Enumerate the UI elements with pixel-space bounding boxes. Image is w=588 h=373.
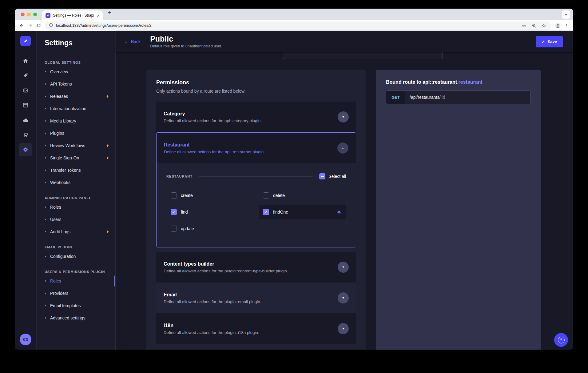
sidebar-item-providers[interactable]: Providers [37, 287, 115, 299]
route-accent-text: .restaurant [457, 79, 483, 85]
save-button[interactable]: ✓Save [536, 36, 563, 47]
content-manager-feather-icon[interactable] [19, 69, 32, 82]
checkbox-findone[interactable]: ✓ [263, 209, 269, 215]
accordion-content-types-builder-header[interactable]: Content types builder Define all allowed… [156, 252, 356, 283]
accordion-i18n-header[interactable]: i18n Define all allowed actions for the … [156, 313, 356, 344]
sidebar-item-advanced-settings[interactable]: Advanced settings [37, 312, 115, 324]
new-tab-button[interactable]: + [108, 10, 111, 15]
lightning-icon [105, 143, 110, 148]
checkbox-delete[interactable]: ✓ [263, 192, 269, 199]
sidebar-item-single-sign-on[interactable]: Single Sign-On [37, 152, 115, 164]
scroll-area: Permissions Only actions bound by a rout… [116, 52, 573, 350]
section-email-plugin: EMAIL PLUGIN [45, 245, 115, 249]
permission-create[interactable]: ✓ create [166, 188, 254, 203]
checkbox-create[interactable]: ✓ [171, 192, 177, 199]
sidebar-item-email-configuration[interactable]: Configuration [37, 250, 115, 263]
accordion-restaurant-header[interactable]: Restaurant Define all allowed actions fo… [157, 133, 356, 163]
sidebar-item-api-tokens[interactable]: API Tokens [37, 78, 115, 90]
bound-route-title: Bound route to api::restaurant.restauran… [386, 79, 530, 85]
window-controls [21, 13, 37, 16]
sidebar-item-up-roles[interactable]: Roles [37, 275, 115, 287]
bullet-icon [45, 133, 46, 134]
sidebar-item-releases[interactable]: Releases [37, 90, 115, 102]
minimize-window-button[interactable] [27, 13, 31, 16]
route-display: GET /api/restaurants/:id [386, 90, 530, 104]
chevron-up-icon[interactable]: ▲ [337, 142, 348, 154]
sidebar-item-admin-users[interactable]: Users [37, 213, 115, 226]
sidebar-item-webhooks[interactable]: Webhooks [37, 176, 115, 189]
site-info-icon[interactable] [49, 23, 53, 29]
page-title: Public [150, 35, 222, 43]
bound-route-panel: Bound route to api::restaurant.restauran… [376, 70, 541, 350]
bullet-icon [45, 280, 46, 282]
reload-icon[interactable] [34, 21, 43, 30]
bullet-icon [45, 219, 46, 220]
strapi-logo[interactable] [20, 36, 31, 46]
http-method-badge: GET [386, 91, 405, 104]
marketplace-cart-icon[interactable] [19, 128, 32, 141]
bullet-icon [45, 207, 46, 208]
permission-findone[interactable]: ✓ findOne [259, 205, 346, 219]
tab-search-button[interactable] [562, 10, 570, 19]
bookmark-star-icon[interactable] [540, 22, 547, 29]
settings-gear-icon[interactable] [19, 143, 32, 156]
lightning-icon [105, 230, 110, 234]
sidebar-item-plugins[interactable]: Plugins [37, 127, 115, 139]
address-bar[interactable]: localhost:1337/admin/settings/users-perm… [45, 22, 551, 30]
permission-delete[interactable]: ✓ delete [259, 188, 346, 203]
bullet-icon [45, 182, 46, 183]
accordion-email: Email Define all allowed actions for the… [156, 283, 356, 313]
content-type-builder-icon[interactable] [19, 99, 32, 112]
sidebar-item-transfer-tokens[interactable]: Transfer Tokens [37, 164, 115, 176]
forward-icon[interactable] [26, 21, 34, 30]
profile-avatar-icon[interactable] [554, 21, 562, 30]
user-avatar[interactable]: KD [20, 334, 31, 345]
chevron-down-icon[interactable]: ▼ [338, 323, 349, 334]
chevron-down-icon[interactable]: ▼ [338, 262, 349, 273]
home-icon[interactable] [19, 54, 32, 67]
password-key-icon[interactable] [520, 22, 528, 29]
bullet-icon [45, 157, 46, 158]
permission-find[interactable]: ✓ find [166, 205, 254, 219]
sidebar-item-review-workflows[interactable]: Review Workflows [37, 139, 115, 152]
sidebar-item-internationalization[interactable]: Internationalization [37, 102, 115, 115]
maximize-window-button[interactable] [33, 13, 37, 16]
permissions-panel: Permissions Only actions bound by a rout… [146, 70, 366, 350]
group-divider [199, 176, 312, 177]
close-window-button[interactable] [21, 13, 25, 16]
back-link[interactable]: ←Back [124, 39, 141, 44]
sidebar-item-email-templates[interactable]: Email templates [37, 299, 115, 312]
sidebar-item-audit-logs[interactable]: Audit Logs [37, 226, 115, 238]
media-library-icon[interactable] [19, 84, 32, 97]
tab-close-icon[interactable]: × [97, 13, 100, 18]
sidebar-item-media-library[interactable]: Media Library [37, 115, 115, 127]
sidebar-item-overview[interactable]: Overview [37, 66, 115, 78]
back-arrow-icon: ← [124, 39, 128, 44]
indeterminate-checkbox-icon[interactable] [319, 173, 325, 179]
back-icon[interactable] [17, 21, 26, 30]
checkbox-find[interactable]: ✓ [171, 209, 177, 215]
zoom-icon[interactable] [530, 22, 538, 29]
bullet-icon [45, 256, 46, 257]
permission-update[interactable]: ✓ update [166, 221, 254, 236]
permission-settings-gear-icon[interactable] [336, 210, 342, 215]
sidebar-item-admin-roles[interactable]: Roles [37, 201, 115, 213]
chevron-down-icon[interactable]: ▼ [338, 111, 349, 122]
check-icon: ✓ [542, 39, 545, 44]
accordion-email-header[interactable]: Email Define all allowed actions for the… [156, 283, 356, 313]
browser-menu-icon[interactable] [562, 21, 571, 30]
deploy-cloud-icon[interactable] [19, 114, 32, 126]
accordion-category-header[interactable]: Category Define all allowed actions for … [156, 102, 356, 132]
bullet-icon [45, 145, 46, 146]
chevron-down-icon[interactable]: ▼ [338, 292, 349, 303]
section-global-settings: GLOBAL SETTINGS [45, 61, 115, 64]
subnav-title: Settings [45, 39, 115, 47]
select-all-checkbox[interactable]: Select all [319, 173, 346, 179]
browser-tab[interactable]: Settings — Roles | Strapi × [42, 10, 103, 20]
permissions-title: Permissions [156, 79, 356, 86]
checkbox-update[interactable]: ✓ [171, 226, 177, 232]
description-input-bottom[interactable] [283, 52, 443, 59]
section-administration-panel: ADMINISTRATION PANEL [45, 196, 115, 200]
help-button[interactable]: ? [554, 333, 568, 347]
bullet-icon [45, 120, 46, 122]
